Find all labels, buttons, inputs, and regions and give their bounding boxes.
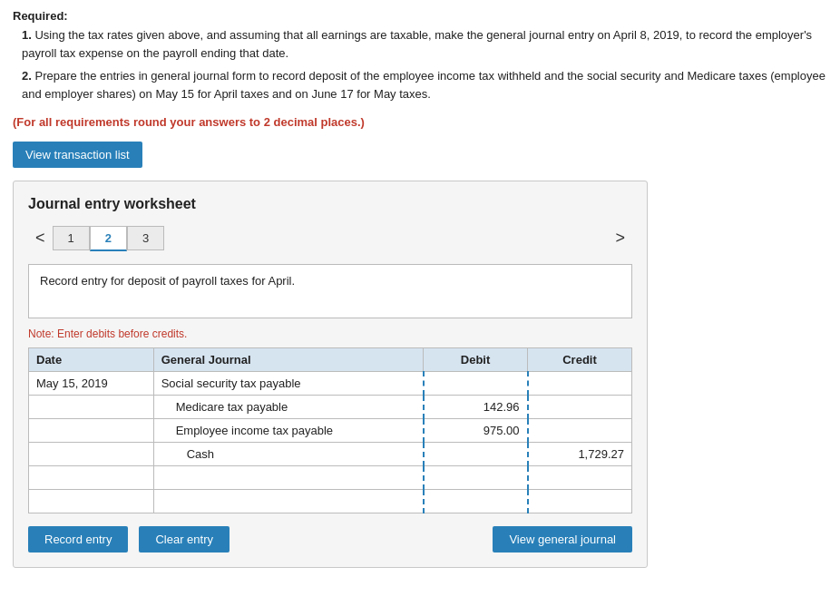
worksheet-title: Journal entry worksheet bbox=[28, 196, 632, 212]
required-item-2-text: Prepare the entries in general journal f… bbox=[22, 69, 825, 101]
required-item-1-text: Using the tax rates given above, and ass… bbox=[22, 28, 812, 60]
row-2-date bbox=[29, 396, 154, 419]
table-row bbox=[29, 466, 632, 490]
required-section: Required: 1. Using the tax rates given a… bbox=[13, 9, 827, 103]
table-row: Employee income tax payable 975.00 bbox=[29, 419, 632, 443]
table-row: May 15, 2019 Social security tax payable bbox=[29, 372, 632, 396]
row-1-date: May 15, 2019 bbox=[29, 372, 154, 396]
journal-table: Date General Journal Debit Credit May 15… bbox=[28, 347, 632, 513]
action-row: Record entry Clear entry View general jo… bbox=[28, 526, 632, 552]
table-row bbox=[29, 490, 632, 513]
required-items: 1. Using the tax rates given above, and … bbox=[13, 26, 827, 103]
row-1-credit[interactable] bbox=[528, 372, 632, 396]
row-5-credit[interactable] bbox=[528, 466, 632, 490]
row-1-debit[interactable] bbox=[424, 372, 528, 396]
col-header-credit: Credit bbox=[528, 348, 632, 372]
clear-entry-button[interactable]: Clear entry bbox=[139, 526, 230, 552]
table-row: Medicare tax payable 142.96 bbox=[29, 396, 632, 419]
row-2-credit[interactable] bbox=[528, 396, 632, 419]
tab-prev-button[interactable]: < bbox=[28, 225, 53, 251]
required-item-2-num: 2. bbox=[22, 69, 32, 83]
row-4-credit[interactable]: 1,729.27 bbox=[528, 443, 632, 466]
row-2-debit[interactable]: 142.96 bbox=[424, 396, 528, 419]
worksheet-container: Journal entry worksheet < 1 2 3 > Record… bbox=[13, 181, 648, 568]
required-item-1-num: 1. bbox=[22, 28, 32, 42]
row-6-credit[interactable] bbox=[528, 490, 632, 513]
col-header-debit: Debit bbox=[424, 348, 528, 372]
table-row: Cash 1,729.27 bbox=[29, 443, 632, 466]
row-6-date bbox=[29, 490, 154, 513]
tab-2[interactable]: 2 bbox=[90, 226, 127, 251]
row-5-debit[interactable] bbox=[424, 466, 528, 490]
row-2-account[interactable]: Medicare tax payable bbox=[153, 396, 423, 419]
entry-description-text: Record entry for deposit of payroll taxe… bbox=[40, 274, 295, 288]
view-general-journal-button[interactable]: View general journal bbox=[493, 526, 632, 552]
required-label: Required: bbox=[13, 9, 827, 23]
tab-next-button[interactable]: > bbox=[608, 225, 632, 251]
row-4-account[interactable]: Cash bbox=[153, 443, 423, 466]
required-item-2: 2. Prepare the entries in general journa… bbox=[22, 67, 827, 103]
tab-row: < 1 2 3 > bbox=[28, 225, 632, 251]
row-3-account[interactable]: Employee income tax payable bbox=[153, 419, 423, 443]
round-note: (For all requirements round your answers… bbox=[13, 115, 827, 129]
row-4-date bbox=[29, 443, 154, 466]
row-6-debit[interactable] bbox=[424, 490, 528, 513]
record-entry-button[interactable]: Record entry bbox=[28, 526, 128, 552]
row-5-date bbox=[29, 466, 154, 490]
row-3-credit[interactable] bbox=[528, 419, 632, 443]
required-item-1: 1. Using the tax rates given above, and … bbox=[22, 26, 827, 62]
row-6-account[interactable] bbox=[153, 490, 423, 513]
entry-description-box: Record entry for deposit of payroll taxe… bbox=[28, 264, 632, 318]
row-4-debit[interactable] bbox=[424, 443, 528, 466]
row-5-account[interactable] bbox=[153, 466, 423, 490]
view-transaction-button[interactable]: View transaction list bbox=[13, 142, 142, 168]
tab-3[interactable]: 3 bbox=[127, 226, 164, 250]
row-3-debit[interactable]: 975.00 bbox=[424, 419, 528, 443]
col-header-date: Date bbox=[29, 348, 154, 372]
tab-1[interactable]: 1 bbox=[53, 226, 90, 250]
col-header-general-journal: General Journal bbox=[153, 348, 423, 372]
row-1-account[interactable]: Social security tax payable bbox=[153, 372, 423, 396]
note-text: Note: Enter debits before credits. bbox=[28, 328, 632, 340]
row-3-date bbox=[29, 419, 154, 443]
